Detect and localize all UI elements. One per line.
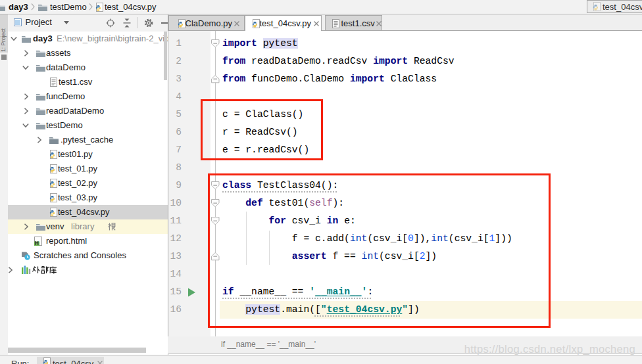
svg-text:H: H <box>35 240 39 246</box>
